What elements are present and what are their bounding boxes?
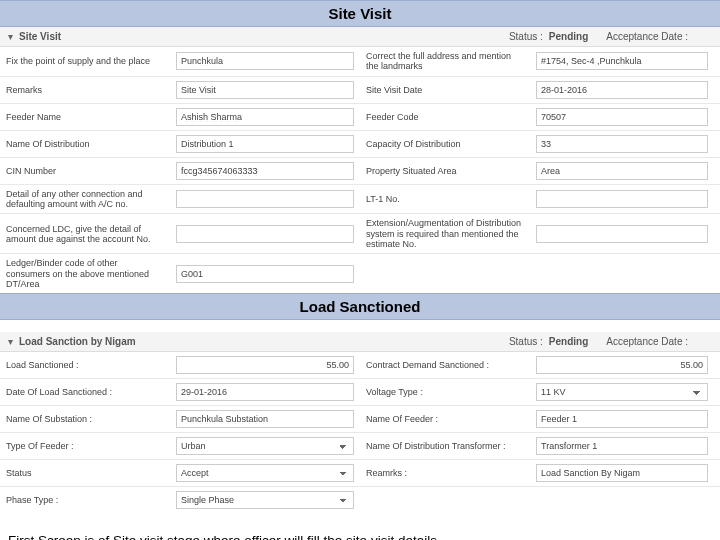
load-sanction-form: Load Sanctioned : Contract Demand Sancti… bbox=[0, 352, 720, 513]
dist-trans-input[interactable] bbox=[536, 437, 708, 455]
site-visit-form: Fix the point of supply and the place Co… bbox=[0, 47, 720, 293]
sv-date-label: Site Visit Date bbox=[360, 77, 530, 103]
sv-date-input[interactable] bbox=[536, 81, 708, 99]
sub-name-label: Name Of Substation : bbox=[0, 406, 170, 432]
date-ls-input[interactable] bbox=[176, 383, 354, 401]
dist-trans-label: Name Of Distribution Transformer : bbox=[360, 433, 530, 459]
feeder-type-label: Type Of Feeder : bbox=[0, 433, 170, 459]
feeder-code-input[interactable] bbox=[536, 108, 708, 126]
chevron-down-icon: ▾ bbox=[8, 336, 13, 347]
ls-feeder-name-input[interactable] bbox=[536, 410, 708, 428]
ldc-label: Concerned LDC, give the detail of amount… bbox=[0, 214, 170, 253]
cin-input[interactable] bbox=[176, 162, 354, 180]
dist-cap-input[interactable] bbox=[536, 135, 708, 153]
ls-status-value: Pending bbox=[549, 336, 588, 347]
lt1-label: LT-1 No. bbox=[360, 185, 530, 214]
site-visit-heading: Site Visit bbox=[0, 0, 720, 27]
dist-name-input[interactable] bbox=[176, 135, 354, 153]
voltage-label: Voltage Type : bbox=[360, 379, 530, 405]
sv-status-label: Status : bbox=[509, 31, 543, 42]
footer-line-1: First Screen is of Site visit stage wher… bbox=[8, 531, 712, 540]
prop-area-label: Property Situated Area bbox=[360, 158, 530, 184]
footer-notes: First Screen is of Site visit stage wher… bbox=[0, 513, 720, 540]
site-visit-panel-title: Site Visit bbox=[19, 31, 61, 42]
ext-aug-label: Extension/Augmentation of Distribution s… bbox=[360, 214, 530, 253]
feeder-code-label: Feeder Code bbox=[360, 104, 530, 130]
dist-name-label: Name Of Distribution bbox=[0, 131, 170, 157]
remarks-input[interactable] bbox=[176, 81, 354, 99]
phase-select[interactable]: Single Phase bbox=[176, 491, 354, 509]
load-sanc-label: Load Sanctioned : bbox=[0, 352, 170, 378]
detail-conn-label: Detail of any other connection and defau… bbox=[0, 185, 170, 214]
sub-name-input[interactable] bbox=[176, 410, 354, 428]
phase-label: Phase Type : bbox=[0, 487, 170, 513]
fix-point-label: Fix the point of supply and the place bbox=[0, 47, 170, 76]
correct-addr-label: Correct the full address and mention the… bbox=[360, 47, 530, 76]
ls-status-label: Status : bbox=[509, 336, 543, 347]
ls-remarks-input[interactable] bbox=[536, 464, 708, 482]
cin-label: CIN Number bbox=[0, 158, 170, 184]
lt1-input[interactable] bbox=[536, 190, 708, 208]
ledger-label: Ledger/Binder code of other consumers on… bbox=[0, 254, 170, 293]
feeder-name-input[interactable] bbox=[176, 108, 354, 126]
sv-acceptance-date-label: Acceptance Date : bbox=[606, 31, 688, 42]
voltage-select[interactable]: 11 KV bbox=[536, 383, 708, 401]
ls-status-field-label: Status bbox=[0, 460, 170, 486]
ledger-input[interactable] bbox=[176, 265, 354, 283]
contract-input[interactable] bbox=[536, 356, 708, 374]
ext-aug-input[interactable] bbox=[536, 225, 708, 243]
sv-status-value: Pending bbox=[549, 31, 588, 42]
ls-status-select[interactable]: Accept bbox=[176, 464, 354, 482]
load-sanc-input[interactable] bbox=[176, 356, 354, 374]
feeder-name-label: Feeder Name bbox=[0, 104, 170, 130]
chevron-down-icon: ▾ bbox=[8, 31, 13, 42]
ldc-input[interactable] bbox=[176, 225, 354, 243]
fix-point-input[interactable] bbox=[176, 52, 354, 70]
remarks-label: Remarks bbox=[0, 77, 170, 103]
load-sanction-panel-title: Load Sanction by Nigam bbox=[19, 336, 136, 347]
load-sanctioned-heading: Load Sanctioned bbox=[0, 293, 720, 320]
load-sanction-panel-header[interactable]: ▾ Load Sanction by Nigam Status : Pendin… bbox=[0, 332, 720, 352]
correct-addr-input[interactable] bbox=[536, 52, 708, 70]
site-visit-panel-header[interactable]: ▾ Site Visit Status : Pending Acceptance… bbox=[0, 27, 720, 47]
detail-conn-input[interactable] bbox=[176, 190, 354, 208]
prop-area-input[interactable] bbox=[536, 162, 708, 180]
ls-acceptance-date-label: Acceptance Date : bbox=[606, 336, 688, 347]
dist-cap-label: Capacity Of Distribution bbox=[360, 131, 530, 157]
contract-label: Contract Demand Sanctioned : bbox=[360, 352, 530, 378]
ls-feeder-name-label: Name Of Feeder : bbox=[360, 406, 530, 432]
ls-remarks-label: Reamrks : bbox=[360, 460, 530, 486]
date-ls-label: Date Of Load Sanctioned : bbox=[0, 379, 170, 405]
feeder-type-select[interactable]: Urban bbox=[176, 437, 354, 455]
